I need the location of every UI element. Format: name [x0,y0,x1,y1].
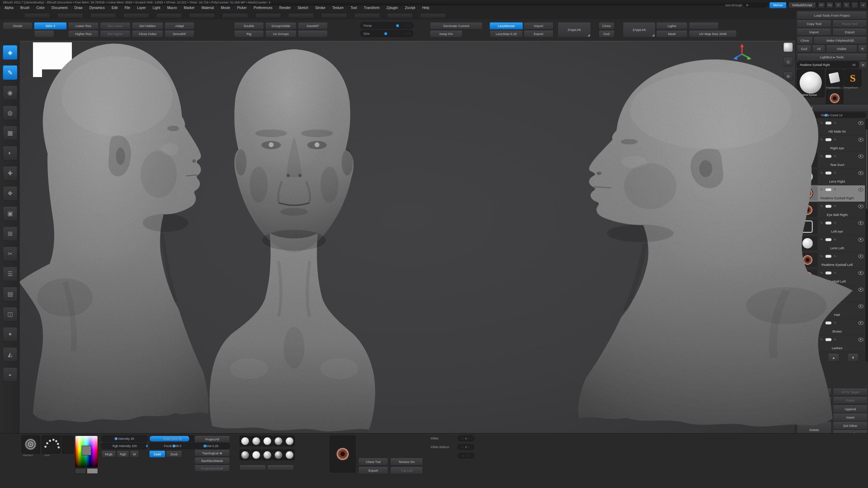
subtool-mini-icon-2[interactable]: ✎ [834,121,836,125]
menu-zscript[interactable]: Zscript [402,5,418,11]
left-tray-icon-15[interactable]: ◭ [3,347,17,362]
subtool-mini-icon-0[interactable]: ✎ [820,321,823,325]
menu-sketch[interactable]: Sketch [294,5,311,11]
macro-button-0[interactable] [24,13,50,18]
shelf-button-clone[interactable]: Clone [599,22,615,30]
tool-subtool-insert[interactable]: Insert [833,413,868,421]
canvas-nav-icon-10[interactable]: ▣ [783,188,793,198]
left-tray-icon-4[interactable]: ▦ [3,126,17,140]
subtool-mini-icon-0[interactable]: ✎ [820,238,823,241]
matcap-thumb-0[interactable] [240,436,250,446]
subtool-mini-icon-0[interactable]: ✎ [820,338,823,341]
texture-thumbnail[interactable] [330,436,356,472]
subtool-row-lens-right[interactable]: ✎✎Lens Right [797,169,865,185]
polypaint-toggle[interactable] [825,205,832,208]
macro-button-6[interactable] [222,13,248,18]
left-tray-icon-7[interactable]: ❖ [3,186,17,201]
tool-subtool-duplicate[interactable]: Duplicate [797,405,832,421]
shelf-button-del-lower[interactable]: Del Lower [100,22,131,30]
tool-subtool-del-other[interactable]: Del Other [833,421,868,430]
subtool-mini-icon-2[interactable]: ✎ [834,321,836,325]
bottom-clone-txtr-button[interactable]: Clone Txtr [358,458,388,465]
visibility-eye-icon[interactable] [858,288,863,292]
menu-zplugin[interactable]: Zplugin [383,5,401,11]
shelf-button-lights[interactable]: Lights [656,22,687,30]
titlebar-icon-2[interactable]: ↺ [835,2,842,8]
see-through-slider[interactable] [744,3,767,7]
bottom-dist-slider[interactable]: Dist 0.25 [194,443,230,449]
canvas-nav-icon-9[interactable]: ⋮ [783,174,793,183]
canvas-nav-icon-2[interactable]: ⊕ [783,71,793,81]
menu-tool[interactable]: Tool [348,5,360,11]
visibility-eye-icon[interactable] [858,221,863,225]
polypaint-toggle[interactable] [825,338,832,341]
macro-button-5[interactable] [189,13,215,18]
subtool-mini-icon-0[interactable]: ✎ [820,121,823,125]
subtool-row-realtime-eyeball-right[interactable]: ✎✎Realtime Eyeball Right [797,185,865,202]
shelf-button-lazystep-0.25[interactable]: LazyStep 0.25 [490,30,523,37]
menu-color[interactable]: Color [33,5,48,11]
macro-button-10[interactable] [354,13,380,18]
subtool-mini-icon-0[interactable]: ✎ [820,155,823,158]
primary-color-swatch[interactable] [87,468,98,474]
inflate-slider-2[interactable]: ‹› [458,453,474,458]
bottom-backfacemask-toggle[interactable]: BackfaceMask [194,457,230,464]
matcap-thumb-7[interactable] [262,449,273,460]
titlebar-icon-0[interactable]: PT [818,2,825,8]
tool-all-to-name[interactable]: All To Name [797,388,832,396]
tool-all-to-target[interactable]: All To Target [833,388,868,396]
bottom-topological-toggle[interactable]: Topological ⊕ [194,449,230,456]
subtool-scrollbar[interactable] [866,119,868,362]
subtool-visible-count-slider[interactable]: Visible Count 14 [797,112,866,118]
matcap-thumb-8[interactable] [273,449,284,460]
polypaint-toggle[interactable] [825,288,832,291]
visibility-eye-icon[interactable] [858,271,863,275]
visibility-eye-icon[interactable] [858,321,863,325]
bottom-zadd-toggle[interactable]: Zadd [149,451,165,457]
titlebar-icon-1[interactable]: PS [826,2,833,8]
bottom-mrgb-toggle[interactable]: Mrgb [101,451,116,457]
menu-marker[interactable]: Marker [181,5,198,11]
polypaint-toggle[interactable] [825,321,832,325]
visibility-eye-icon[interactable] [858,254,863,258]
subtool-mini-icon-2[interactable]: ✎ [834,155,836,158]
polypaint-toggle[interactable] [825,188,832,191]
matcap-thumb-9[interactable] [284,449,295,460]
shelf-button-uv-map-size-2048[interactable]: UV Map Size 2048 [689,30,737,37]
subtool-mini-icon-0[interactable]: ✎ [820,188,823,191]
menu-dynamics[interactable]: Dynamics [86,5,108,11]
inflate-slider-1[interactable]: ‹0› [458,444,474,450]
left-tray-icon-1[interactable]: ✎ [3,65,17,80]
tool-import[interactable]: Import [797,28,831,36]
tool-recent-0[interactable] [826,69,843,87]
shelf-button-divide[interactable]: Divide [3,22,33,30]
tool-export[interactable]: Export [833,28,867,36]
subtool-mini-icon-2[interactable]: ✎ [834,205,836,208]
shelf-button-blank[interactable] [689,22,719,30]
shelf-button-close-holes[interactable]: Close Holes [132,30,163,37]
matcap-thumb-6[interactable] [251,449,261,460]
subtool-row-hair[interactable]: ✎✎Hair [797,302,865,319]
menu-help[interactable]: Help [419,5,433,11]
subtool-mini-icon-2[interactable]: ✎ [834,221,836,225]
left-tray-icon-0[interactable]: ◈ [3,45,17,60]
menu-material[interactable]: Material [198,5,217,11]
shelf-button-lazymouse[interactable]: LazyMouse [490,22,523,30]
macro-button-3[interactable] [123,13,149,18]
bottom-projectall-button[interactable]: ProjectAll [194,436,230,443]
bottom-texture-export-button[interactable]: Export [358,466,388,474]
subtool-row-hd-male-04[interactable]: ✎✎HD Male 04 [797,119,865,135]
menu-edit[interactable]: Edit [108,5,120,11]
menu-document[interactable]: Document [49,5,71,11]
left-tray-icon-11[interactable]: ☰ [3,267,17,281]
matcap-thumb-5[interactable] [240,449,250,460]
menus-button[interactable]: Menus [769,2,786,8]
canvas-nav-icon-5[interactable]: ◰ [783,115,793,125]
menu-texture[interactable]: Texture [329,5,347,11]
subtool-mini-icon-0[interactable]: ✎ [820,288,823,291]
shelf-button-keep-0%[interactable]: Keep 0% [430,30,462,37]
menu-render[interactable]: Render [276,5,294,11]
color-picker[interactable] [75,436,98,468]
shelf-button-zapplink-1[interactable]: ZAppLink [623,22,656,37]
macro-button-8[interactable] [288,13,314,18]
